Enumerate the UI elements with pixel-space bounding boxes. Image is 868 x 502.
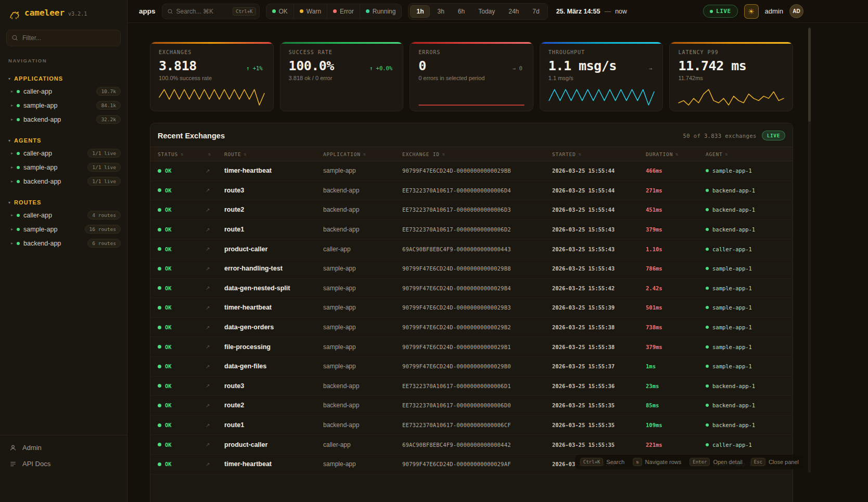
avatar[interactable]: AD — [789, 4, 803, 18]
open-route-icon[interactable]: ↗ — [206, 364, 224, 369]
open-route-icon[interactable]: ↗ — [206, 266, 224, 272]
column-header[interactable]: AGENT ⇅ — [706, 151, 785, 157]
api-docs-label: API Docs — [22, 460, 50, 468]
sidebar-item-agent[interactable]: ▸ backend-app 1/1 live — [0, 174, 127, 188]
column-header[interactable]: APPLICATION ⇅ — [323, 151, 402, 157]
table-row[interactable]: OK ↗ route3 backend-app EE7322370A10617-… — [150, 377, 793, 396]
sidebar-item-route[interactable]: ▸ sample-app 16 routes — [0, 222, 127, 236]
status-dot — [17, 166, 20, 169]
scrollbar[interactable] — [808, 27, 811, 473]
status-filter-chip[interactable]: OK — [266, 4, 294, 19]
status-dot — [158, 247, 161, 251]
time-range-button[interactable]: 3h — [431, 5, 450, 18]
started-cell: 2026-03-25 15:55:43 — [552, 265, 646, 272]
filter-input[interactable] — [6, 30, 121, 46]
open-route-icon[interactable]: ↗ — [206, 305, 224, 311]
open-route-icon[interactable]: ↗ — [206, 187, 224, 193]
table-row[interactable]: OK ↗ timer-heartbeat sample-app 90799F47… — [150, 161, 793, 181]
open-route-icon[interactable]: ↗ — [206, 383, 224, 389]
sidebar-item-application[interactable]: ▸ sample-app 84.1k — [0, 98, 127, 112]
time-range-button[interactable]: Today — [472, 5, 501, 18]
theme-toggle-button[interactable]: ☀ — [744, 4, 759, 19]
column-header[interactable]: DURATION ⇅ — [646, 151, 706, 157]
table-row[interactable]: OK ↗ product-caller caller-app 69AC90BF8… — [150, 435, 793, 455]
sidebar-section-routes[interactable]: ▾ ROUTES — [0, 195, 127, 208]
open-route-icon[interactable]: ↗ — [206, 403, 224, 408]
duration-cell: 221ms — [646, 442, 706, 448]
chevron-right-icon: ▸ — [11, 227, 13, 231]
status-filter-chip[interactable]: Running — [360, 4, 402, 19]
table-row[interactable]: OK ↗ data-gen-files sample-app 90799F47E… — [150, 357, 793, 377]
open-route-icon[interactable]: ↗ — [206, 344, 224, 350]
time-range-button[interactable]: 24h — [502, 5, 525, 18]
sidebar-item-label: sample-app — [23, 102, 93, 109]
application-cell: caller-app — [323, 246, 402, 253]
table-row[interactable]: OK ↗ timer-heartbeat sample-app 90799F47… — [150, 298, 793, 318]
time-range-button[interactable]: 6h — [452, 5, 471, 18]
table-row[interactable]: OK ↗ product-caller caller-app 69AC90BF8… — [150, 239, 793, 259]
column-header[interactable]: STATUS ⇅ — [158, 151, 206, 157]
agent-status-dot — [706, 404, 709, 407]
time-range-button[interactable]: 1h — [410, 5, 430, 18]
duration-cell: 1.10s — [646, 246, 706, 252]
search-input[interactable]: Search... ⌘K Ctrl+K — [162, 4, 260, 19]
duration-cell: 501ms — [646, 304, 706, 311]
sidebar-item-route[interactable]: ▸ caller-app 4 routes — [0, 208, 127, 222]
duration-cell: 1ms — [646, 363, 706, 369]
open-route-icon[interactable]: ↗ — [206, 227, 224, 233]
sidebar-section-applications[interactable]: ▾ APPLICATIONS — [0, 71, 127, 84]
column-header[interactable]: EXCHANGE ID ⇅ — [402, 151, 552, 157]
navigation-label: NAVIGATION — [8, 58, 119, 63]
sidebar-item-agent[interactable]: ▸ caller-app 1/1 live — [0, 146, 127, 160]
route-cell: route1 — [224, 421, 323, 429]
table-row[interactable]: OK ↗ data-gen-orders sample-app 90799F47… — [150, 318, 793, 338]
live-badge[interactable]: LIVE — [703, 5, 738, 18]
status-filter-chip[interactable]: Error — [327, 4, 360, 19]
table-row[interactable]: OK ↗ route3 backend-app EE7322370A10617-… — [150, 181, 793, 201]
sidebar-item-api-docs[interactable]: API Docs — [0, 456, 127, 472]
column-header[interactable]: ROUTE ⇅ — [224, 151, 323, 157]
table-row[interactable]: OK ↗ error-handling-test sample-app 9079… — [150, 259, 793, 279]
table-row[interactable]: OK ↗ route1 backend-app EE7322370A10617-… — [150, 416, 793, 435]
open-route-icon[interactable]: ↗ — [206, 442, 224, 447]
sidebar-item-route[interactable]: ▸ backend-app 6 routes — [0, 236, 127, 250]
open-route-icon[interactable]: ↗ — [206, 461, 224, 467]
open-route-icon[interactable]: ↗ — [206, 168, 224, 174]
sidebar-item-application[interactable]: ▸ backend-app 32.2k — [0, 112, 127, 126]
sidebar-item-badge: 1/1 live — [87, 149, 121, 158]
column-header[interactable]: ⇅ — [206, 152, 224, 157]
sidebar-item-application[interactable]: ▸ caller-app 10.7k — [0, 84, 127, 98]
table-row[interactable]: OK ↗ file-processing sample-app 90799F47… — [150, 337, 793, 357]
exchange-id-cell: 90799F47E6CD24D-00000000000029AF — [402, 461, 552, 467]
duration-cell: 271ms — [646, 187, 706, 194]
sidebar-item-admin[interactable]: Admin — [0, 440, 127, 456]
sidebar-section-agents[interactable]: ▾ AGENTS — [0, 133, 127, 146]
table-row[interactable]: OK ↗ route2 backend-app EE7322370A10617-… — [150, 200, 793, 220]
open-route-icon[interactable]: ↗ — [206, 285, 224, 291]
exchange-id-cell: 90799F47E6CD24D-00000000000029B0 — [402, 363, 552, 369]
status-filter-chip[interactable]: Warn — [294, 4, 327, 19]
table-row[interactable]: OK ↗ route1 backend-app EE7322370A10617-… — [150, 220, 793, 240]
column-label: APPLICATION — [323, 151, 361, 157]
scrollbar-thumb[interactable] — [808, 28, 811, 122]
sidebar-item-agent[interactable]: ▸ sample-app 1/1 live — [0, 160, 127, 174]
date-range[interactable]: 25. März 14:55 — now — [556, 8, 627, 15]
agent-status-dot — [706, 208, 709, 211]
route-cell: timer-heartbeat — [224, 304, 323, 311]
application-cell: backend-app — [323, 226, 402, 233]
column-header[interactable]: STARTED ⇅ — [552, 151, 646, 157]
time-range-button[interactable]: 7d — [526, 5, 545, 18]
table-row[interactable]: OK ↗ data-gen-nested-split sample-app 90… — [150, 279, 793, 299]
open-route-icon[interactable]: ↗ — [206, 207, 224, 213]
status-cell: OK — [158, 363, 206, 369]
status-dot — [17, 180, 20, 183]
hint-label: Open detail — [713, 459, 742, 465]
status-dot — [158, 286, 161, 290]
open-route-icon[interactable]: ↗ — [206, 325, 224, 330]
agent-cell: sample-app-1 — [706, 168, 785, 174]
logo[interactable]: cameleer v3.2.1 — [0, 0, 127, 24]
open-route-icon[interactable]: ↗ — [206, 422, 224, 428]
table-row[interactable]: OK ↗ route2 backend-app EE7322370A10617-… — [150, 396, 793, 416]
open-route-icon[interactable]: ↗ — [206, 246, 224, 252]
status-cell: OK — [158, 324, 206, 330]
